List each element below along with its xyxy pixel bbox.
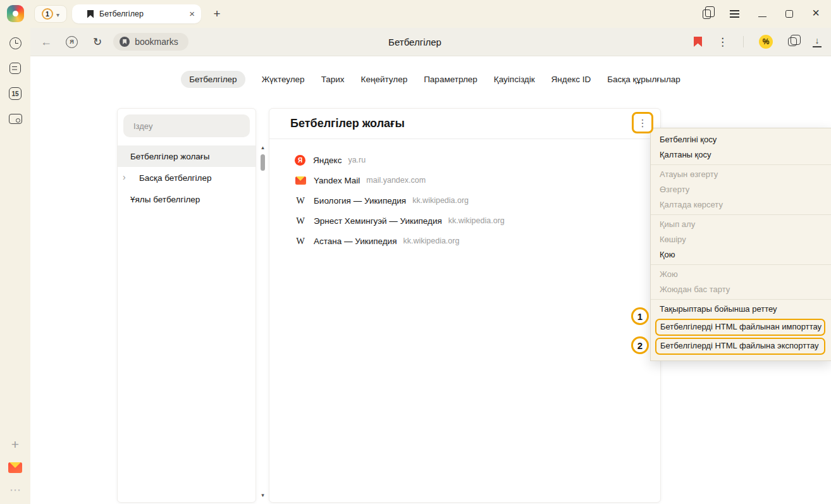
- panel-header: Бетбелгілер жолағы: [269, 109, 660, 139]
- address-text: bookmarks: [135, 37, 178, 47]
- tab-panel-icon[interactable]: [703, 9, 711, 19]
- menu-item-copy: Көшіру: [651, 232, 831, 247]
- menu-divider: [651, 299, 831, 300]
- tab-settings[interactable]: Параметрлер: [424, 71, 477, 88]
- chevron-down-icon: [56, 8, 59, 20]
- history-button[interactable]: [0, 30, 30, 56]
- refresh-icon[interactable]: [93, 35, 102, 49]
- address-toolbar: bookmarks Бетбелгілер: [30, 28, 831, 56]
- bookmark-list: Яндекс ya.ru Yandex Mail mail.yandex.com…: [269, 139, 660, 251]
- bookmark-title: Эрнест Хемингуэй — Уикипедия: [314, 216, 442, 226]
- close-tab-icon[interactable]: [189, 8, 195, 20]
- yandex-favicon: [295, 155, 305, 166]
- annotation-step-2: 2: [631, 336, 649, 354]
- menu-item-delete: Жою: [651, 267, 831, 282]
- panel-menu-icon[interactable]: [637, 117, 648, 129]
- browser-menu-icon[interactable]: [730, 10, 739, 18]
- yandex-mail-favicon: [295, 176, 306, 185]
- tab-extensions[interactable]: Кеңейтулер: [361, 71, 408, 88]
- tab-bookmarks[interactable]: Бетбелгілер: [181, 71, 245, 88]
- back-icon[interactable]: [40, 35, 52, 49]
- yandex-home-icon[interactable]: [66, 36, 78, 48]
- browser-window: 15 1 Бетбелгілер: [0, 0, 831, 504]
- strip-bottom-icons: [0, 433, 30, 501]
- tab-count-badge: 1: [42, 8, 53, 20]
- menu-item-edit: Өзгерту: [651, 182, 831, 197]
- tab-downloads[interactable]: Жүктеулер: [262, 71, 305, 88]
- tab-yandex-id[interactable]: Яндекс ID: [551, 71, 591, 88]
- notes-button[interactable]: 15: [0, 81, 30, 106]
- wikipedia-favicon: [295, 236, 306, 247]
- window-controls: [703, 0, 831, 28]
- more-options-icon[interactable]: [717, 35, 728, 49]
- site-icon: [120, 37, 130, 47]
- folder-item-other-bookmarks[interactable]: Басқа бетбелгілер: [118, 167, 255, 188]
- strip-more-button[interactable]: [0, 479, 30, 501]
- search-input[interactable]: [133, 121, 240, 131]
- wikipedia-favicon: [295, 216, 306, 226]
- bookmark-item[interactable]: Yandex Mail mail.yandex.com: [295, 170, 660, 190]
- new-tab-button[interactable]: [209, 6, 225, 22]
- panel-heading: Бетбелгілер жолағы: [290, 117, 405, 130]
- toolbar-right-icons: [694, 28, 822, 56]
- folder-list: Бетбелгілер жолағы Басқа бетбелгілер Ұял…: [118, 145, 255, 210]
- bookmark-favicon-icon: [87, 10, 94, 18]
- bookmark-url: ya.ru: [348, 156, 366, 164]
- close-window-button[interactable]: [812, 8, 820, 20]
- minimize-button[interactable]: [758, 16, 766, 18]
- add-widget-button[interactable]: [0, 433, 30, 456]
- folder-label: Ұялы бетбелгілер: [130, 195, 200, 204]
- menu-item-paste[interactable]: Қою: [651, 247, 831, 262]
- tab-other-devices[interactable]: Басқа құрылғылар: [607, 71, 680, 88]
- scroll-thumb[interactable]: [261, 154, 265, 171]
- tab-security[interactable]: Қауіпсіздік: [494, 71, 535, 88]
- scroll-up-icon[interactable]: [261, 140, 264, 152]
- bookmark-item[interactable]: Эрнест Хемингуэй — Уикипедия kk.wikipedi…: [295, 211, 660, 231]
- screencast-icon: [9, 114, 22, 124]
- annotation-step-1: 1: [631, 307, 649, 325]
- percent-offers-icon[interactable]: [759, 35, 773, 49]
- menu-divider: [651, 164, 831, 165]
- yandex-browser-logo[interactable]: [7, 5, 24, 22]
- plus-icon: [11, 437, 19, 452]
- search-box: [123, 114, 250, 137]
- tab-history[interactable]: Тарих: [321, 71, 345, 88]
- bookmark-title: Yandex Mail: [314, 176, 360, 185]
- menu-item-import-html[interactable]: Бетбелгілерді HTML файлынан импорттау: [655, 319, 825, 336]
- bookmark-flag-icon[interactable]: [694, 37, 702, 47]
- menu-item-export-html[interactable]: Бетбелгілерді HTML файлына экспорттау: [655, 338, 825, 355]
- menu-divider: [651, 264, 831, 265]
- ellipsis-icon: [9, 483, 21, 497]
- maximize-button[interactable]: [785, 10, 793, 18]
- strip-top-icons: 15: [0, 30, 30, 132]
- folder-item-mobile-bookmarks[interactable]: Ұялы бетбелгілер: [118, 188, 255, 210]
- scrollbar[interactable]: [259, 140, 267, 500]
- collections-icon[interactable]: [788, 37, 797, 46]
- tab-counter-button[interactable]: 1: [34, 5, 67, 23]
- bookmark-item[interactable]: Яндекс ya.ru: [295, 150, 660, 170]
- bookmarks-manager-page: Бетбелгілер Жүктеулер Тарих Кеңейтулер П…: [30, 56, 831, 504]
- address-badge[interactable]: bookmarks: [113, 33, 188, 51]
- screencast-button[interactable]: [0, 106, 30, 132]
- bookmark-title: Биология — Уикипедия: [314, 196, 406, 206]
- menu-item-sort-by-title[interactable]: Тақырыптары бойынша реттеу: [651, 302, 831, 317]
- bookmark-item[interactable]: Астана — Уикипедия kk.wikipedia.org: [295, 231, 660, 251]
- bookmark-url: kk.wikipedia.org: [448, 216, 505, 225]
- folder-item-bookmarks-bar[interactable]: Бетбелгілер жолағы: [118, 145, 255, 167]
- notes-count-badge: 15: [9, 87, 22, 100]
- chevron-right-icon[interactable]: [123, 172, 126, 182]
- yandex-mail-button[interactable]: [0, 456, 30, 479]
- tab-bar: 1 Бетбелгілер: [30, 0, 831, 28]
- folder-label: Басқа бетбелгілер: [139, 173, 211, 183]
- bookmark-url: mail.yandex.com: [366, 176, 426, 185]
- download-icon[interactable]: [812, 37, 822, 47]
- browser-tab-active[interactable]: Бетбелгілер: [72, 4, 201, 23]
- feed-button[interactable]: [0, 56, 30, 81]
- browser-side-strip: 15: [0, 0, 30, 504]
- menu-item-undo-delete: Жоюдан бас тарту: [651, 282, 831, 297]
- bookmark-title: Яндекс: [313, 156, 342, 165]
- bookmark-item[interactable]: Биология — Уикипедия kk.wikipedia.org: [295, 190, 660, 211]
- menu-item-add-bookmark[interactable]: Бетбелгіні қосу: [651, 132, 831, 147]
- scroll-down-icon[interactable]: [261, 488, 264, 500]
- menu-item-add-folder[interactable]: Қалтаны қосу: [651, 147, 831, 163]
